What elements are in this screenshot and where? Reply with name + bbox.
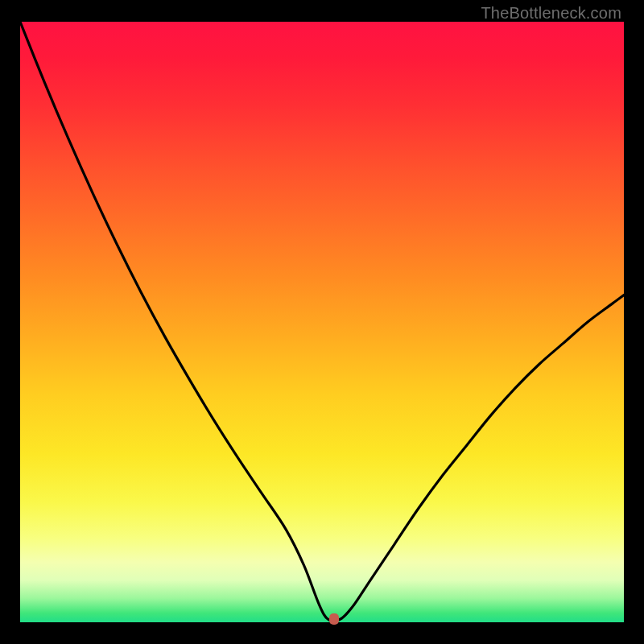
watermark-text: TheBottleneck.com xyxy=(481,4,621,23)
plot-area xyxy=(20,22,624,622)
chart-frame: TheBottleneck.com xyxy=(0,0,644,644)
bottleneck-curve xyxy=(20,22,624,622)
minimum-marker xyxy=(329,613,339,625)
